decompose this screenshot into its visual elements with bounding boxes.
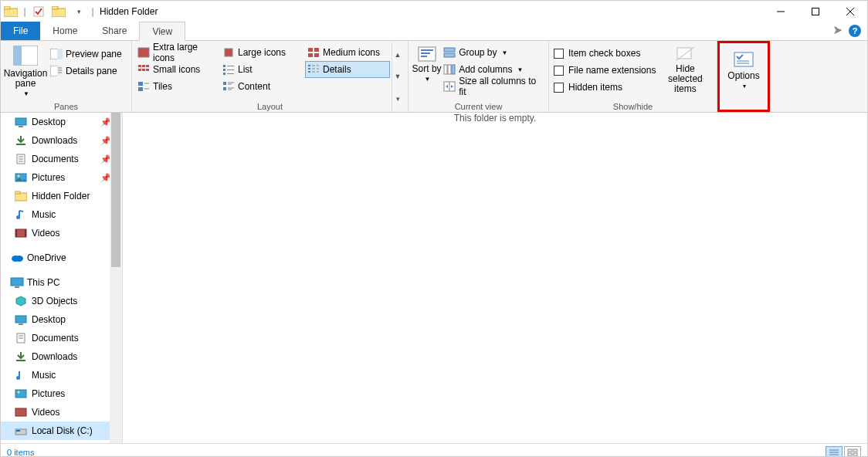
list-icon — [222, 64, 235, 75]
tree-music[interactable]: Music — [1, 205, 122, 224]
layout-content-label: Content — [238, 81, 270, 92]
tab-file[interactable]: File — [1, 22, 40, 40]
tree-documents-2[interactable]: Documents — [1, 329, 122, 347]
tree-label: Pictures — [32, 388, 65, 399]
documents-icon — [15, 154, 27, 164]
svg-rect-60 — [444, 53, 455, 57]
tab-view[interactable]: View — [139, 22, 185, 41]
preview-pane-button[interactable]: Preview pane — [47, 46, 125, 63]
tree-pictures[interactable]: Pictures📌 — [1, 168, 122, 187]
tree-desktop[interactable]: Desktop📌 — [1, 113, 122, 131]
extra-large-icons-icon — [137, 47, 150, 58]
hidden-items-toggle[interactable]: Hidden items — [552, 79, 657, 96]
item-check-boxes-toggle[interactable]: Item check boxes — [552, 45, 657, 62]
svg-rect-68 — [734, 52, 753, 66]
scroll-up-icon[interactable]: ▲ — [392, 52, 403, 59]
svg-rect-63 — [452, 65, 455, 74]
svg-rect-99 — [15, 408, 26, 416]
scrollbar-thumb[interactable] — [111, 113, 120, 267]
group-by-button[interactable]: Group by▼ — [442, 44, 545, 61]
group-by-icon — [443, 47, 456, 58]
pictures-icon — [15, 172, 27, 183]
svg-rect-71 — [15, 118, 26, 125]
minimize-ribbon-icon[interactable]: ⮞ — [833, 25, 843, 36]
title-bar: | ▾ | Hidden Folder — [1, 1, 867, 22]
layout-medium-label: Medium icons — [323, 47, 380, 58]
properties-icon[interactable] — [30, 3, 47, 20]
svg-rect-83 — [15, 229, 26, 237]
layout-medium[interactable]: Medium icons — [305, 44, 390, 61]
desktop-icon — [15, 314, 27, 325]
tree-downloads[interactable]: Downloads📌 — [1, 131, 122, 150]
minimize-button[interactable] — [763, 1, 798, 22]
folder-icon — [15, 191, 27, 201]
tree-music-2[interactable]: Music — [1, 366, 122, 384]
tree-label: Videos — [32, 228, 59, 239]
checkbox-icon — [554, 66, 564, 76]
sort-by-label: Sort by — [412, 64, 442, 74]
layout-tiles[interactable]: Tiles — [135, 78, 220, 95]
tree-hidden-folder[interactable]: Hidden Folder — [1, 187, 122, 205]
file-name-extensions-toggle[interactable]: File name extensions — [552, 62, 657, 79]
tab-share[interactable]: Share — [90, 22, 139, 40]
svg-rect-36 — [308, 65, 310, 66]
group-current-view-label: Current view — [409, 102, 548, 111]
svg-rect-1 — [4, 6, 10, 9]
tree-label: Documents — [32, 154, 79, 164]
svg-rect-34 — [223, 73, 225, 75]
svg-rect-39 — [308, 68, 310, 69]
layout-large[interactable]: Large icons — [220, 44, 305, 61]
tree-label: Downloads — [32, 135, 77, 146]
folder-content[interactable]: This folder is empty. — [123, 113, 867, 443]
options-button[interactable]: Options ▾ — [723, 45, 765, 110]
tree-documents[interactable]: Documents📌 — [1, 150, 122, 168]
tree-local-disk[interactable]: Local Disk (C:) — [1, 421, 122, 440]
qat-dropdown-icon[interactable]: ▾ — [70, 3, 87, 20]
layout-tiles-label: Tiles — [153, 81, 172, 92]
help-icon[interactable]: ? — [849, 25, 861, 37]
details-view-button[interactable] — [826, 446, 843, 458]
chevron-down-icon: ▼ — [23, 89, 29, 99]
layout-list[interactable]: List — [220, 61, 305, 78]
svg-rect-105 — [848, 449, 852, 452]
close-button[interactable] — [832, 1, 867, 22]
svg-rect-88 — [11, 278, 23, 286]
layout-content[interactable]: Content — [220, 78, 305, 95]
tree-pictures-2[interactable]: Pictures — [1, 384, 122, 403]
svg-rect-52 — [223, 87, 226, 90]
layout-extra-large[interactable]: Extra large icons — [135, 44, 220, 61]
svg-rect-32 — [223, 69, 225, 71]
size-columns-button[interactable]: Size all columns to fit — [442, 78, 545, 95]
tree-3d-objects[interactable]: 3D Objects — [1, 292, 122, 310]
tab-home[interactable]: Home — [40, 22, 90, 40]
empty-folder-text: This folder is empty. — [454, 113, 536, 124]
tree-label: 3D Objects — [32, 296, 77, 306]
tree-downloads-2[interactable]: Downloads — [1, 347, 122, 366]
chevron-down-icon: ▼ — [502, 49, 508, 56]
tree-videos[interactable]: Videos — [1, 224, 122, 242]
maximize-button[interactable] — [798, 1, 832, 22]
tree-this-pc[interactable]: This PC — [1, 273, 122, 292]
sidebar-scrollbar[interactable] — [110, 113, 122, 443]
details-pane-button[interactable]: Details pane — [47, 63, 125, 80]
tree-videos-2[interactable]: Videos — [1, 403, 122, 421]
checkbox-icon — [554, 49, 564, 59]
thumbnails-view-button[interactable] — [844, 446, 861, 458]
svg-rect-0 — [4, 8, 18, 17]
tiles-icon — [137, 81, 150, 92]
size-columns-icon — [443, 81, 456, 92]
tree-desktop-2[interactable]: Desktop — [1, 310, 122, 329]
svg-rect-22 — [308, 53, 313, 57]
folder-icon-2 — [50, 3, 67, 20]
scroll-down-icon[interactable]: ▼ — [392, 73, 403, 80]
layout-details-label: Details — [323, 64, 351, 75]
tree-onedrive[interactable]: OneDrive — [1, 249, 122, 267]
svg-rect-28 — [142, 69, 145, 71]
svg-rect-30 — [223, 65, 225, 67]
svg-rect-81 — [15, 191, 20, 194]
layout-details[interactable]: Details — [305, 61, 390, 78]
details-pane-icon — [50, 66, 63, 76]
layout-small[interactable]: Small icons — [135, 61, 220, 78]
tree-label: Downloads — [32, 351, 77, 362]
svg-point-98 — [18, 391, 20, 394]
